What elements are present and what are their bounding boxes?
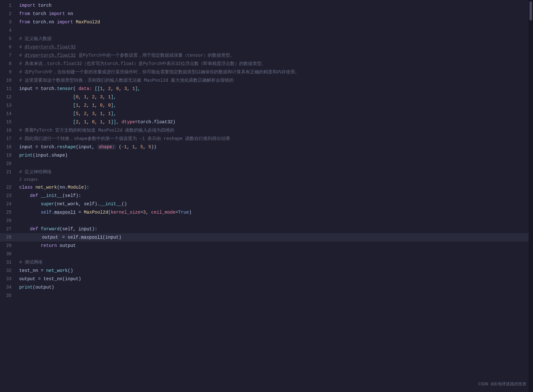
code-line: 6# dtype=torch.float32 xyxy=(0,43,533,51)
line-content xyxy=(17,27,533,34)
line-content: from torch import nn xyxy=(17,10,533,18)
token: (input) xyxy=(103,235,121,240)
line-content: output = self.maxpool1(input) xyxy=(17,233,533,241)
line-content: return output xyxy=(17,242,533,249)
token: , xyxy=(95,111,100,116)
token: from xyxy=(19,20,30,25)
line-content: class net_work(nn.Module): xyxy=(17,184,533,191)
token: ) xyxy=(189,210,191,215)
token: output xyxy=(19,276,35,282)
code-line: 1import torch xyxy=(0,1,533,10)
token: # xyxy=(19,53,25,58)
token: ( xyxy=(108,210,111,215)
code-line: 8# 具体来说，torch.float32（也常写为torch.float）是P… xyxy=(0,60,533,68)
line-content: def forward(self, input): xyxy=(17,225,533,233)
token: ], xyxy=(111,111,116,116)
code-editor: 1import torch2from torch import nn3from … xyxy=(0,0,533,392)
token: (net_work, self). xyxy=(54,201,100,207)
token: =torch.float32) xyxy=(135,119,175,125)
token: () xyxy=(121,201,127,207)
token: torch xyxy=(35,3,51,8)
line-number: 25 xyxy=(0,208,17,216)
line-number: 31 xyxy=(0,258,17,266)
scrollbar[interactable] xyxy=(529,0,533,392)
token: , xyxy=(95,103,100,108)
token: 0 xyxy=(116,86,119,91)
token xyxy=(38,226,41,232)
line-content: super(net_work, self).__init__() xyxy=(17,200,533,208)
line-number: 29 xyxy=(0,242,17,249)
code-line: 16# 查看PyTorch 官方文档的时候知道 MaxPool2d 函数的输入必… xyxy=(0,126,533,135)
token xyxy=(57,243,60,248)
code-line: 25 self.maxpool1 = MaxPool2d(kernel_size… xyxy=(0,208,533,216)
token: maxpool1 xyxy=(54,210,76,215)
code-line: 2from torch import nn xyxy=(0,10,533,18)
code-line: 13 [1, 2, 1, 0, 0], xyxy=(0,101,533,110)
code-line: 24 super(net_work, self).__init__() xyxy=(0,200,533,208)
token: import xyxy=(19,3,35,8)
token: = xyxy=(175,210,178,215)
token: def xyxy=(30,193,38,198)
line-number: 3 xyxy=(0,18,17,26)
token: , xyxy=(103,103,108,108)
code-line: 4 xyxy=(0,26,533,35)
line-content: # 定义输入数据 xyxy=(17,35,533,43)
token: # 因此我们进行一个转换，shape参数中的第一个值设置为 -1 表示由 res… xyxy=(19,136,230,141)
line-content: # 定义神经网络 xyxy=(17,168,533,176)
token: 0 xyxy=(108,103,111,108)
token: , xyxy=(143,144,148,150)
token: tensor xyxy=(57,86,73,91)
token: 1 xyxy=(108,111,111,116)
code-line: 33output = test_nn(input) xyxy=(0,275,533,283)
code-line: 9# 在PyTorch中，当你创建一个新的张量或进行某些操作时，你可能会需要指定… xyxy=(0,68,533,76)
code-line: 26 xyxy=(0,216,533,225)
token: , xyxy=(95,119,100,125)
token: = xyxy=(140,210,143,215)
line-number: 18 xyxy=(0,143,17,151)
line-number: 24 xyxy=(0,200,17,208)
token: (self, xyxy=(60,226,79,232)
token: # 定义输入数据 xyxy=(19,36,52,41)
code-line: 12 [0, 1, 2, 3, 1], xyxy=(0,93,533,101)
token: [ xyxy=(19,119,76,125)
token: 0 xyxy=(100,103,103,108)
watermark: CSDN @在地球迷路的怪兽 xyxy=(478,381,527,387)
token: = torch. xyxy=(33,86,57,91)
token: 3 xyxy=(100,94,103,100)
line-content: print(input.shape) xyxy=(17,151,533,159)
usages-text: 2 usages xyxy=(0,177,38,182)
token: . xyxy=(52,210,54,215)
token: (input, xyxy=(76,144,97,150)
code-line: 17# 因此我们进行一个转换，shape参数中的第一个值设置为 -1 表示由 r… xyxy=(0,135,533,143)
code-line: 11input = torch.tensor( data: [[1, 2, 0,… xyxy=(0,85,533,93)
code-line: 34print(output) xyxy=(0,283,533,291)
line-content: # 因此我们进行一个转换，shape参数中的第一个值设置为 -1 表示由 res… xyxy=(17,135,533,143)
token: reshape xyxy=(57,144,76,150)
token: print xyxy=(19,285,33,290)
token: (self): xyxy=(62,193,81,198)
line-number: 17 xyxy=(0,135,17,143)
line-number: 11 xyxy=(0,85,17,93)
line-number: 9 xyxy=(0,68,17,76)
line-number: 5 xyxy=(0,35,17,43)
line-number: 2 xyxy=(0,10,17,18)
token: self xyxy=(41,210,52,215)
token: shape: xyxy=(97,144,116,150)
code-line: 21# 定义神经网络 xyxy=(0,168,533,176)
token: # 查看PyTorch 官方文档的时候知道 MaxPool2d 函数的输入必须为… xyxy=(19,128,174,133)
line-content: test_nn = net_work() xyxy=(17,267,533,274)
token: 是PyTorch中的一个参数设置，用于指定数据或张量（tensor）的数据类型。 xyxy=(76,53,235,58)
scrollbar-thumb[interactable] xyxy=(529,1,532,20)
token xyxy=(19,210,41,215)
token: output xyxy=(41,235,59,240)
token: # 具体来说，torch.float32（也常写为torch.float）是Py… xyxy=(19,61,266,66)
line-number: 4 xyxy=(0,27,17,34)
line-number: 26 xyxy=(0,217,17,225)
token xyxy=(38,193,41,198)
token: # 这里需要加这个数据类型转换，否则我们的输入数据无法被 MaxPool2d 最… xyxy=(19,78,234,83)
token xyxy=(19,235,41,240)
token: # 测试网络 xyxy=(19,260,43,265)
token: , xyxy=(87,94,92,100)
line-number: 12 xyxy=(0,93,17,101)
token: input xyxy=(19,86,33,91)
